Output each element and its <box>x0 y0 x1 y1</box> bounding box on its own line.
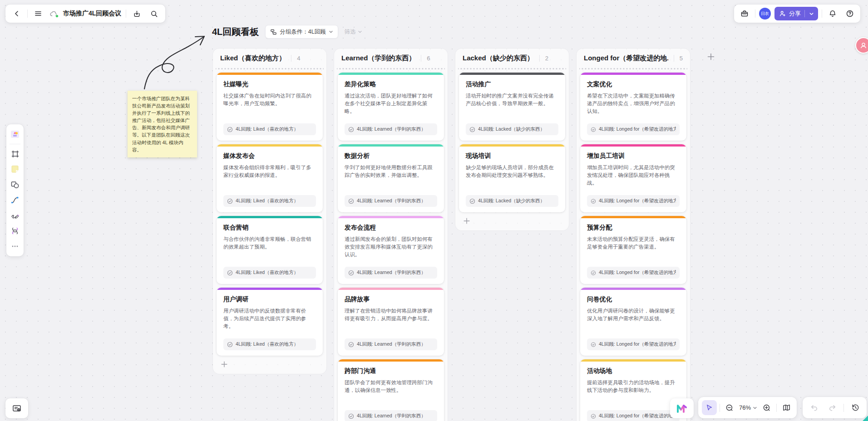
column-header[interactable]: Lacked（缺少的东西） 2 <box>455 49 569 68</box>
zoom-level-control[interactable]: 76% <box>739 404 757 411</box>
redo-button[interactable] <box>825 401 839 415</box>
tag-check-icon <box>227 342 233 348</box>
column-header[interactable]: Longed for（希望改进的地... 5 <box>577 49 690 68</box>
card-body: 提前选择更具吸引力的活动场地，提升线下活动的参与度和影响力。 <box>587 379 680 394</box>
notifications-button[interactable] <box>826 7 839 20</box>
filter-label: 筛选 <box>345 28 356 36</box>
app-logo-button[interactable] <box>670 398 694 418</box>
sticky-note-tool[interactable] <box>8 162 22 176</box>
card-tag-label: 4L回顾: Lacked（缺少的东西） <box>478 198 545 204</box>
tag-check-icon <box>227 198 233 204</box>
card-tag[interactable]: 4L回顾: Liked（喜欢的地方） <box>223 195 316 207</box>
column-count: 4 <box>291 55 300 62</box>
kanban-card[interactable]: 增加员工培训 增加员工培训时间，尤其是活动中的突发情况处理，确保团队能应对各种挑… <box>580 144 686 212</box>
card-tag[interactable]: 4L回顾: Learned（学到的东西） <box>345 267 437 279</box>
card-title: 用户调研 <box>223 295 316 304</box>
sketch-arrow[interactable] <box>134 26 211 93</box>
shapes-tool[interactable] <box>8 178 22 191</box>
card-tag[interactable]: 4L回顾: Liked（喜欢的地方） <box>223 123 316 135</box>
filter-control[interactable]: 筛选 <box>345 28 362 36</box>
kanban-card[interactable]: 发布会流程 通过新闻发布会的策划，团队对如何有效安排发言顺序和媒体互动有了更深的… <box>338 216 444 284</box>
collaborator-avatar[interactable] <box>855 37 868 54</box>
pen-icon <box>10 211 20 220</box>
kanban-card[interactable]: 媒体发布会 媒体发布会组织得非常顺利，吸引了多家行业权威媒体的报道。 4L回顾:… <box>217 144 323 212</box>
frame-tool[interactable] <box>8 147 22 161</box>
kanban-card[interactable]: 预算分配 未来活动的预算分配应更灵活，确保有足够资金用于重要的广告渠道。 4L回… <box>580 216 686 284</box>
card-tag[interactable]: 4L回顾: Longed for（希望改进的地方） <box>587 338 680 350</box>
card-tag[interactable]: 4L回顾: Learned（学到的东西） <box>345 410 437 421</box>
kanban-card[interactable]: 用户调研 用户调研活动中的反馈数据非常有价值，为后续产品迭代提供了实用的参考。 … <box>217 288 323 356</box>
add-card-button[interactable] <box>220 360 228 368</box>
card-body: 缺少足够的现场人员培训，部分成员在发布会期间处理突发问题不够熟练。 <box>466 164 558 179</box>
kanban-card[interactable]: 数据分析 学到了如何更好地使用数据分析工具跟踪广告的实时效果，并做出调整。 4L… <box>338 144 444 212</box>
kanban-card[interactable]: 活动推广 活动开始时的推广文案并没有完全传递产品核心价值，导致早期效果一般。 4… <box>459 73 565 141</box>
arrow-shaft <box>144 36 204 89</box>
pen-tool[interactable] <box>8 209 22 222</box>
mindmap-tool[interactable] <box>8 224 22 238</box>
kanban-card[interactable]: 现场培训 缺少足够的现场人员培训，部分成员在发布会期间处理突发问题不够熟练。 4… <box>459 144 565 212</box>
help-button[interactable] <box>843 7 857 20</box>
card-body: 团队学会了如何更有效地管理跨部门沟通，以确保信息一致性。 <box>345 379 437 394</box>
search-icon <box>150 10 158 18</box>
tag-check-icon <box>348 198 354 204</box>
kanban-card[interactable]: 品牌故事 理解了在营销活动中如何将品牌故事讲得更有吸引力，从而提高用户参与度。 … <box>338 288 444 356</box>
card-tag[interactable]: 4L回顾: Lacked（缺少的东西） <box>466 123 558 135</box>
kanban-card[interactable]: 文案优化 希望在下次活动中，文案能更加精确传递产品的独特卖点，增强用户对产品的认… <box>580 73 686 141</box>
tag-check-icon <box>591 198 596 204</box>
card-title: 预算分配 <box>587 224 680 232</box>
column-header[interactable]: Learned（学到的东西） 6 <box>334 49 448 68</box>
select-tool-button[interactable] <box>702 400 717 415</box>
card-title: 媒体发布会 <box>223 152 316 160</box>
add-group-button[interactable] <box>705 51 717 63</box>
card-tag[interactable]: 4L回顾: Longed for（希望改进的地方） <box>587 267 680 279</box>
kanban-card[interactable]: 社媒曝光 社交媒体广告在短时间内达到了很高的曝光率，用户互动频繁。 4L回顾: … <box>217 73 323 141</box>
undo-button[interactable] <box>807 401 821 415</box>
export-button[interactable] <box>130 7 143 20</box>
chevron-left-icon <box>13 10 20 17</box>
card-tag[interactable]: 4L回顾: Learned（学到的东西） <box>345 123 437 135</box>
card-tag[interactable]: 4L回顾: Learned（学到的东西） <box>345 338 437 350</box>
kanban-card[interactable]: 跨部门沟通 团队学会了如何更有效地管理跨部门沟通，以确保信息一致性。 4L回顾:… <box>338 359 444 421</box>
card-tag-label: 4L回顾: Liked（喜欢的地方） <box>236 126 298 132</box>
group-by-label: 分组条件：4L回顾 <box>280 28 326 36</box>
card-tag[interactable]: 4L回顾: Liked（喜欢的地方） <box>223 267 316 279</box>
card-tag[interactable]: 4L回顾: Learned（学到的东西） <box>345 195 437 207</box>
divider <box>126 10 126 18</box>
card-tag[interactable]: 4L回顾: Liked（喜欢的地方） <box>223 338 316 350</box>
sticky-note-icon <box>10 165 20 174</box>
card-tag[interactable]: 4L回顾: Lacked（缺少的东西） <box>466 195 558 207</box>
share-more-button[interactable] <box>805 11 818 16</box>
more-tools[interactable] <box>8 240 22 253</box>
kanban-card[interactable]: 问卷优化 优化用户调研问卷的设计，确保能够更深入地了解用户需求和产品反馈。 4L… <box>580 288 686 356</box>
zoom-in-button[interactable] <box>760 401 774 415</box>
card-tag[interactable]: 4L回顾: Longed for（希望改进的地方） <box>587 195 680 207</box>
minimap-button[interactable] <box>779 401 793 415</box>
kanban-card[interactable]: 差异化策略 通过这次活动，团队更好地理解了如何在多个社交媒体平台上制定差异化策略… <box>338 73 444 141</box>
tag-check-icon <box>227 270 233 276</box>
card-body: 与合作伙伴的沟通非常顺畅，联合营销的效果超出了预期。 <box>223 235 316 251</box>
group-by-control[interactable]: 分组条件：4L回顾 <box>265 25 338 39</box>
back-button[interactable] <box>10 7 24 20</box>
sticky-note[interactable]: 一个市场推广团队在为某科技公司新产品发布活动策划并执行了一系列线上线下的推广活动… <box>128 91 197 157</box>
card-body: 用户调研活动中的反馈数据非常有价值，为后续产品迭代提供了实用的参考。 <box>223 307 316 330</box>
history-button[interactable] <box>848 401 862 415</box>
search-button[interactable] <box>147 7 161 20</box>
kanban-card[interactable]: 联合营销 与合作伙伴的沟通非常顺畅，联合营销的效果超出了预期。 4L回顾: Li… <box>217 216 323 284</box>
divider <box>822 10 822 18</box>
card-tag[interactable]: 4L回顾: Longed for（希望改进的地方） <box>587 123 680 135</box>
zoom-out-button[interactable] <box>723 401 736 415</box>
card-body: 理解了在营销活动中如何将品牌故事讲得更有吸引力，从而提高用户参与度。 <box>345 307 437 323</box>
toolbox-button[interactable] <box>738 7 751 20</box>
zoom-toolbar: 76% <box>698 397 797 418</box>
tag-check-icon <box>348 413 354 419</box>
user-avatar[interactable]: 日衣 <box>759 8 771 20</box>
share-button[interactable]: 分享 <box>774 7 818 20</box>
presentation-button[interactable] <box>5 398 28 418</box>
templates-tool[interactable] <box>8 127 22 141</box>
main-menu-button[interactable] <box>31 7 45 20</box>
connector-tool[interactable] <box>8 193 22 207</box>
history-toolbar <box>803 397 867 418</box>
card-tag[interactable]: 4L回顾: Longed for（希望改进的地方） <box>587 410 680 421</box>
add-card-button[interactable] <box>463 217 471 225</box>
column-header[interactable]: Liked（喜欢的地方） 4 <box>213 49 326 68</box>
